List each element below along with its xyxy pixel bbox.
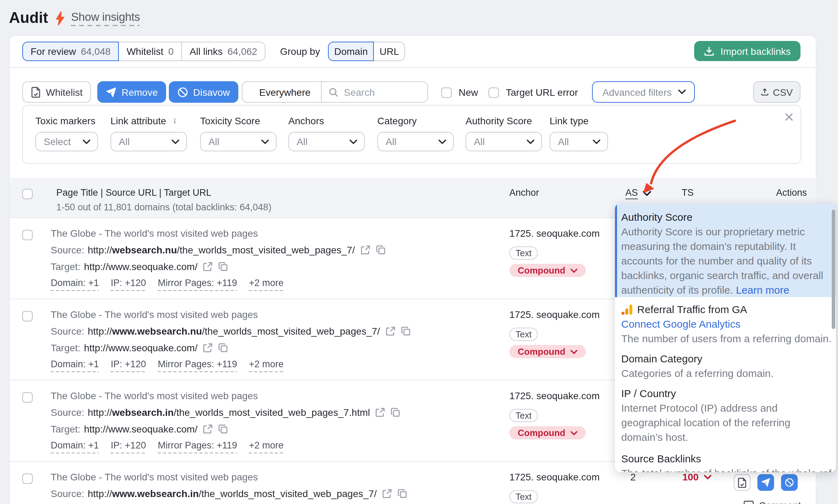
column-as[interactable]: AS bbox=[625, 187, 651, 199]
row-actions bbox=[734, 474, 798, 491]
menu-item-title: Domain Category bbox=[621, 351, 830, 366]
toxic-markers-select[interactable]: Select bbox=[35, 132, 98, 151]
review-tabs: For review 64,048 Whitelist 0 All links … bbox=[22, 42, 265, 61]
marker-more[interactable]: +2 more bbox=[249, 440, 284, 453]
anchors-select[interactable]: All bbox=[288, 132, 365, 151]
anchor-text: 1725. seoquake.com bbox=[509, 226, 600, 240]
toxicity-score-select[interactable]: All bbox=[200, 132, 277, 151]
remove-button[interactable]: Remove bbox=[97, 81, 166, 103]
table-count-summary: 1-50 out of 11,801 domains (total backli… bbox=[56, 202, 271, 212]
menu-item-ip-country[interactable]: IP / Country Internet Protocol (IP) addr… bbox=[615, 386, 836, 444]
external-link-icon[interactable] bbox=[376, 408, 385, 417]
menu-item-desc: The number of users from a referring dom… bbox=[621, 331, 830, 346]
row-disavow-button[interactable] bbox=[781, 474, 798, 491]
search-input[interactable] bbox=[344, 86, 413, 98]
comment-button[interactable]: Comment bbox=[743, 500, 801, 504]
menu-item-referral-traffic[interactable]: Referral Traffic from GA Connect Google … bbox=[615, 302, 836, 346]
target-label: Target: bbox=[51, 260, 81, 274]
menu-item-desc: The total number of backlinks of the who… bbox=[621, 466, 830, 472]
scope-search-group: Everywhere bbox=[242, 81, 428, 103]
learn-more-link[interactable]: Learn more bbox=[736, 284, 789, 296]
external-link-icon[interactable] bbox=[203, 343, 213, 353]
marker-ip[interactable]: IP: +120 bbox=[111, 440, 146, 453]
link-type-badge: Text bbox=[509, 246, 538, 260]
copy-icon[interactable] bbox=[401, 326, 410, 336]
copy-icon[interactable] bbox=[218, 262, 228, 271]
toxic-badge[interactable]: Compound bbox=[509, 345, 585, 358]
external-link-icon[interactable] bbox=[382, 489, 392, 498]
tab-for-review[interactable]: For review 64,048 bbox=[22, 42, 119, 61]
import-backlinks-button[interactable]: Import backlinks bbox=[694, 41, 800, 61]
group-by-domain[interactable]: Domain bbox=[328, 42, 374, 61]
target-url-error-checkbox[interactable] bbox=[488, 87, 499, 98]
url-path: /the_worlds_most_visited_web_pages_7/ bbox=[199, 488, 377, 499]
marker-mirror-pages[interactable]: Mirror Pages: +119 bbox=[158, 278, 237, 291]
scope-select[interactable]: Everywhere bbox=[243, 82, 322, 102]
new-checkbox[interactable] bbox=[441, 87, 452, 98]
show-insights-link[interactable]: Show insights bbox=[71, 10, 140, 26]
advanced-filters-label: Advanced filters bbox=[602, 86, 672, 98]
marker-mirror-pages[interactable]: Mirror Pages: +119 bbox=[158, 440, 237, 453]
select-all-checkbox[interactable] bbox=[22, 189, 33, 199]
row-checkbox[interactable] bbox=[22, 230, 33, 240]
toxic-badge-label: Compound bbox=[518, 428, 565, 438]
google-analytics-icon bbox=[621, 304, 632, 315]
chevron-down-icon bbox=[527, 139, 534, 144]
menu-item-source-backlinks[interactable]: Source Backlinks The total number of bac… bbox=[615, 451, 836, 472]
ts-value[interactable]: 100 bbox=[682, 470, 712, 484]
row-checkbox[interactable] bbox=[22, 392, 33, 403]
external-link-icon[interactable] bbox=[385, 326, 395, 336]
marker-mirror-pages[interactable]: Mirror Pages: +119 bbox=[158, 359, 237, 372]
filter-toxic-markers: Toxic markers Select bbox=[35, 115, 98, 151]
link-type-select[interactable]: All bbox=[550, 132, 608, 151]
external-link-icon[interactable] bbox=[203, 424, 213, 434]
source-url: http://www.websearch.in/the_worlds_most_… bbox=[88, 487, 377, 501]
tab-whitelist[interactable]: Whitelist 0 bbox=[119, 42, 182, 61]
marker-more[interactable]: +2 more bbox=[249, 359, 284, 372]
copy-icon[interactable] bbox=[218, 343, 228, 353]
row-whitelist-button[interactable] bbox=[734, 474, 750, 491]
export-csv-button[interactable]: CSV bbox=[753, 81, 800, 103]
copy-icon[interactable] bbox=[391, 408, 401, 417]
external-link-icon[interactable] bbox=[360, 245, 370, 255]
marker-ip[interactable]: IP: +120 bbox=[111, 278, 146, 291]
tab-all-links[interactable]: All links 64,062 bbox=[182, 42, 266, 61]
copy-icon[interactable] bbox=[218, 424, 228, 434]
url-path: /the_worlds_most_visited_web_pages_7/ bbox=[177, 244, 355, 255]
row-remove-button[interactable] bbox=[757, 474, 774, 491]
row-checkbox[interactable] bbox=[22, 473, 33, 484]
info-icon bbox=[170, 116, 179, 125]
toxic-badge[interactable]: Compound bbox=[509, 264, 585, 277]
menu-item-title: Authority Score bbox=[621, 210, 830, 224]
menu-item-domain-category[interactable]: Domain Category Categories of a referrin… bbox=[615, 351, 836, 380]
source-label: Source: bbox=[51, 405, 84, 419]
copy-icon[interactable] bbox=[397, 489, 407, 498]
authority-score-select[interactable]: All bbox=[466, 132, 542, 151]
row-checkbox[interactable] bbox=[22, 311, 33, 321]
close-icon[interactable] bbox=[785, 113, 793, 121]
link-attribute-select[interactable]: All bbox=[110, 132, 187, 151]
marker-domain[interactable]: Domain: +1 bbox=[51, 440, 99, 453]
marker-more[interactable]: +2 more bbox=[249, 278, 284, 291]
copy-icon[interactable] bbox=[376, 245, 385, 255]
bolt-icon bbox=[55, 11, 65, 25]
disavow-button[interactable]: Disavow bbox=[169, 81, 238, 103]
toxic-badge[interactable]: Compound bbox=[509, 426, 585, 439]
send-icon bbox=[106, 86, 117, 98]
category-select[interactable]: All bbox=[377, 132, 454, 151]
tab-label: Whitelist bbox=[126, 46, 163, 57]
marker-ip[interactable]: IP: +120 bbox=[111, 359, 146, 372]
marker-domain[interactable]: Domain: +1 bbox=[51, 278, 99, 291]
column-page-title: Page Title | Source URL | Target URL bbox=[56, 187, 211, 198]
whitelist-button[interactable]: Whitelist bbox=[22, 81, 91, 103]
menu-item-authority-score[interactable]: Authority Score Authority Score is our p… bbox=[615, 203, 836, 297]
external-link-icon[interactable] bbox=[203, 262, 213, 271]
target-url-line: Target: http://www.seoquake.com/ bbox=[51, 422, 401, 436]
group-by-url[interactable]: URL bbox=[374, 42, 405, 61]
connect-ga-link[interactable]: Connect Google Analytics bbox=[621, 317, 830, 331]
marker-domain[interactable]: Domain: +1 bbox=[51, 359, 99, 372]
advanced-filters-select[interactable]: Advanced filters bbox=[592, 81, 695, 103]
menu-scrollbar[interactable] bbox=[832, 210, 835, 329]
filter-label: Category bbox=[377, 115, 417, 126]
filter-label: Anchors bbox=[288, 115, 324, 126]
